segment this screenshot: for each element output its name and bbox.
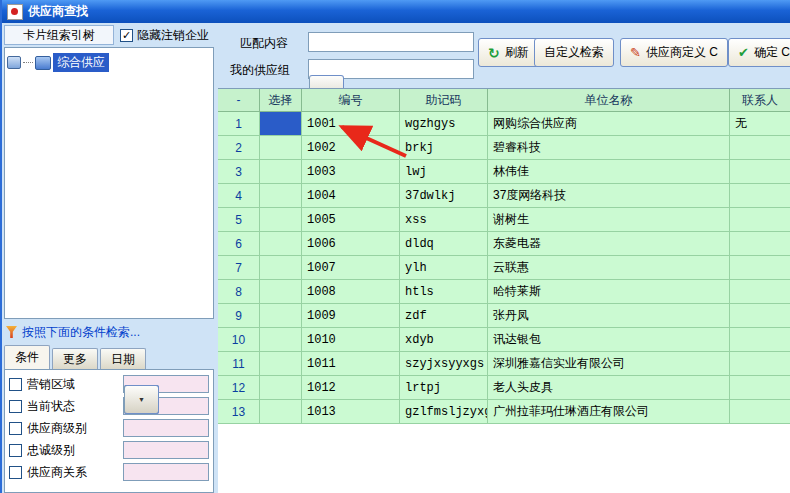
select-cell[interactable] — [260, 280, 302, 304]
company-name-cell[interactable]: 网购综合供应商 — [488, 112, 730, 136]
company-name-cell[interactable]: 深圳雅嘉信实业有限公司 — [488, 352, 730, 376]
code-cell[interactable]: 1002 — [302, 136, 400, 160]
header-index[interactable]: - — [218, 89, 260, 112]
select-cell[interactable] — [260, 160, 302, 184]
table-row[interactable]: 6 1006 dldq 东菱电器 — [218, 232, 790, 256]
header-mnemonic[interactable]: 助记码 — [400, 89, 488, 112]
mnemonic-cell[interactable]: htls — [400, 280, 488, 304]
filter-combo[interactable]: ▼ — [123, 441, 209, 459]
table-row[interactable]: 13 1013 gzlfmsljzyxgs 广州拉菲玛仕琳酒庄有限公司 — [218, 400, 790, 424]
company-name-cell[interactable]: 云联惠 — [488, 256, 730, 280]
company-name-cell[interactable]: 林伟佳 — [488, 160, 730, 184]
row-number-cell[interactable]: 4 — [218, 184, 260, 208]
mnemonic-cell[interactable]: 37dwlkj — [400, 184, 488, 208]
select-cell[interactable] — [260, 208, 302, 232]
row-number-cell[interactable]: 2 — [218, 136, 260, 160]
contact-cell[interactable] — [730, 160, 790, 184]
company-name-cell[interactable]: 讯达银包 — [488, 328, 730, 352]
filter-checkbox[interactable] — [9, 466, 22, 479]
dropdown-arrow-icon[interactable]: ▼ — [124, 385, 159, 414]
select-cell[interactable] — [260, 352, 302, 376]
contact-cell[interactable] — [730, 184, 790, 208]
filter-checkbox[interactable] — [9, 400, 22, 413]
contact-cell[interactable] — [730, 256, 790, 280]
code-cell[interactable]: 1003 — [302, 160, 400, 184]
code-cell[interactable]: 1006 — [302, 232, 400, 256]
company-name-cell[interactable]: 东菱电器 — [488, 232, 730, 256]
contact-cell[interactable] — [730, 328, 790, 352]
title-bar[interactable]: 供应商查找 — [2, 0, 790, 23]
table-row[interactable]: 7 1007 ylh 云联惠 — [218, 256, 790, 280]
mnemonic-cell[interactable]: gzlfmsljzyxgs — [400, 400, 488, 424]
select-cell[interactable] — [260, 376, 302, 400]
tab-condition[interactable]: 条件 — [4, 345, 50, 369]
table-row[interactable]: 4 1004 37dwlkj 37度网络科技 — [218, 184, 790, 208]
mnemonic-cell[interactable]: dldq — [400, 232, 488, 256]
select-cell[interactable] — [260, 112, 302, 136]
hide-canceled-checkbox[interactable]: ✓ — [120, 29, 133, 42]
row-number-cell[interactable]: 11 — [218, 352, 260, 376]
custom-search-button[interactable]: 自定义检索 — [534, 38, 614, 67]
table-row[interactable]: 12 1012 lrtpj 老人头皮具 — [218, 376, 790, 400]
select-cell[interactable] — [260, 304, 302, 328]
mnemonic-cell[interactable]: xss — [400, 208, 488, 232]
row-number-cell[interactable]: 9 — [218, 304, 260, 328]
table-row[interactable]: 5 1005 xss 谢树生 — [218, 208, 790, 232]
row-number-cell[interactable]: 7 — [218, 256, 260, 280]
table-row[interactable]: 2 1002 brkj 碧睿科技 — [218, 136, 790, 160]
mnemonic-cell[interactable]: lrtpj — [400, 376, 488, 400]
tree-item-general-supply[interactable]: 综合供应 — [7, 53, 211, 72]
select-cell[interactable] — [260, 184, 302, 208]
filter-combo[interactable]: ▼ — [123, 463, 209, 481]
code-cell[interactable]: 1012 — [302, 376, 400, 400]
mnemonic-cell[interactable]: wgzhgys — [400, 112, 488, 136]
confirm-button[interactable]: ✔ 确定 C — [728, 38, 790, 67]
select-cell[interactable] — [260, 400, 302, 424]
code-cell[interactable]: 1001 — [302, 112, 400, 136]
mnemonic-cell[interactable]: brkj — [400, 136, 488, 160]
header-select[interactable]: 选择 — [260, 89, 302, 112]
mnemonic-cell[interactable]: szyjxsyyxgs — [400, 352, 488, 376]
table-row[interactable]: 10 1010 xdyb 讯达银包 — [218, 328, 790, 352]
filter-combo[interactable]: ▼ — [123, 419, 209, 437]
filter-checkbox[interactable] — [9, 444, 22, 457]
row-number-cell[interactable]: 8 — [218, 280, 260, 304]
code-cell[interactable]: 1004 — [302, 184, 400, 208]
header-company[interactable]: 单位名称 — [488, 89, 730, 112]
contact-cell[interactable] — [730, 376, 790, 400]
select-cell[interactable] — [260, 256, 302, 280]
row-number-cell[interactable]: 13 — [218, 400, 260, 424]
supplier-define-button[interactable]: ✎ 供应商定义 C — [620, 38, 728, 67]
tree-item-label[interactable]: 综合供应 — [53, 53, 109, 72]
code-cell[interactable]: 1010 — [302, 328, 400, 352]
filter-checkbox[interactable] — [9, 422, 22, 435]
code-cell[interactable]: 1008 — [302, 280, 400, 304]
supplier-group-tree[interactable]: 综合供应 — [4, 47, 214, 319]
mnemonic-cell[interactable]: zdf — [400, 304, 488, 328]
select-cell[interactable] — [260, 232, 302, 256]
refresh-button[interactable]: ↻ 刷新 — [478, 38, 539, 67]
company-name-cell[interactable]: 哈特莱斯 — [488, 280, 730, 304]
tree-node-icon[interactable] — [7, 56, 21, 69]
my-supplier-group-combo[interactable]: ▼ — [308, 59, 474, 79]
code-cell[interactable]: 1005 — [302, 208, 400, 232]
contact-cell[interactable] — [730, 400, 790, 424]
select-cell[interactable] — [260, 136, 302, 160]
table-row[interactable]: 9 1009 zdf 张丹凤 — [218, 304, 790, 328]
contact-cell[interactable] — [730, 232, 790, 256]
mnemonic-cell[interactable]: ylh — [400, 256, 488, 280]
company-name-cell[interactable]: 张丹凤 — [488, 304, 730, 328]
company-name-cell[interactable]: 37度网络科技 — [488, 184, 730, 208]
select-cell[interactable] — [260, 328, 302, 352]
row-number-cell[interactable]: 12 — [218, 376, 260, 400]
company-name-cell[interactable]: 谢树生 — [488, 208, 730, 232]
table-row[interactable]: 11 1011 szyjxsyyxgs 深圳雅嘉信实业有限公司 — [218, 352, 790, 376]
contact-cell[interactable] — [730, 352, 790, 376]
table-row[interactable]: 1 1001 wgzhgys 网购综合供应商 无 — [218, 112, 790, 136]
code-cell[interactable]: 1007 — [302, 256, 400, 280]
row-number-cell[interactable]: 6 — [218, 232, 260, 256]
mnemonic-cell[interactable]: lwj — [400, 160, 488, 184]
code-cell[interactable]: 1009 — [302, 304, 400, 328]
header-contact[interactable]: 联系人 — [730, 89, 790, 112]
mnemonic-cell[interactable]: xdyb — [400, 328, 488, 352]
